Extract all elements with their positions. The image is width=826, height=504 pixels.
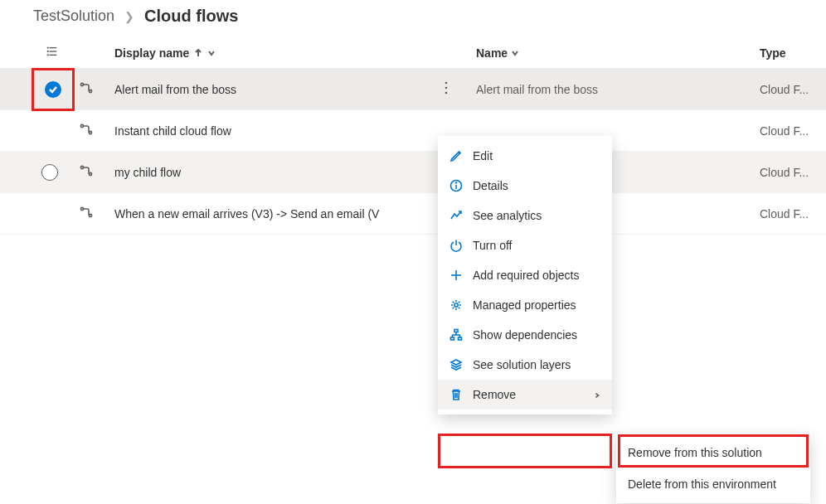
table-row[interactable]: Instant child cloud flow Cloud F...: [0, 110, 826, 152]
menu-item-show-dependencies[interactable]: Show dependencies: [438, 320, 612, 350]
menu-label: Remove from this solution: [628, 446, 799, 459]
highlight-remove: [438, 434, 612, 468]
row-display-name[interactable]: Instant child cloud flow: [114, 124, 231, 138]
svg-point-10: [445, 92, 448, 94]
pencil-icon: [449, 149, 463, 162]
menu-item-solution-layers[interactable]: See solution layers: [438, 350, 612, 380]
svg-point-11: [80, 124, 83, 127]
svg-marker-32: [451, 360, 461, 365]
analytics-icon: [449, 209, 463, 222]
menu-item-remove[interactable]: Remove: [438, 380, 612, 410]
flow-icon: [80, 123, 93, 138]
submenu-item-remove-solution[interactable]: Remove from this solution: [616, 437, 810, 468]
sort-asc-icon: [194, 46, 202, 60]
row-type: Cloud F...: [760, 83, 809, 96]
column-header-label: Name: [476, 46, 508, 60]
menu-label: Details: [473, 179, 600, 192]
trash-icon: [449, 388, 463, 401]
row-name: Alert mail from the boss: [476, 83, 598, 96]
more-actions-icon[interactable]: [445, 81, 448, 97]
menu-item-add-required[interactable]: Add required objects: [438, 260, 612, 290]
table-header: Display name Name Type: [0, 37, 826, 69]
svg-point-9: [445, 87, 448, 90]
chevron-down-icon: [207, 46, 216, 60]
row-checkbox-checked[interactable]: [45, 81, 61, 98]
menu-label: Delete from this environment: [628, 477, 799, 491]
menu-item-analytics[interactable]: See analytics: [438, 201, 612, 230]
flow-icon: [80, 206, 93, 221]
breadcrumb-parent[interactable]: TestSolution: [33, 7, 114, 25]
chevron-down-icon: [511, 46, 519, 60]
svg-point-20: [456, 182, 457, 183]
svg-line-17: [459, 153, 460, 154]
info-icon: [449, 179, 463, 192]
svg-rect-26: [451, 337, 454, 340]
power-icon: [449, 239, 463, 252]
svg-point-13: [80, 166, 83, 168]
menu-label: Remove: [473, 388, 584, 401]
svg-point-15: [80, 207, 83, 210]
context-menu: Edit Details See analytics Turn off Add …: [438, 136, 612, 414]
row-type: Cloud F...: [760, 124, 809, 138]
svg-rect-27: [459, 337, 462, 340]
menu-item-managed[interactable]: Managed properties: [438, 290, 612, 320]
table-row[interactable]: Alert mail from the boss Alert mail from…: [0, 69, 826, 110]
menu-label: See analytics: [473, 209, 600, 222]
flow-icon: [80, 164, 93, 180]
column-type[interactable]: Type: [760, 46, 826, 60]
svg-point-3: [47, 47, 48, 48]
svg-point-8: [445, 82, 448, 85]
submenu-remove: Remove from this solution Delete from th…: [616, 434, 810, 503]
hierarchy-icon: [449, 328, 463, 342]
list-icon[interactable]: [46, 46, 58, 60]
column-name[interactable]: Name: [463, 46, 760, 60]
breadcrumb: TestSolution ❯ Cloud flows: [0, 0, 826, 37]
menu-item-turnoff[interactable]: Turn off: [438, 230, 612, 260]
menu-item-details[interactable]: Details: [438, 171, 612, 201]
plus-icon: [449, 269, 463, 282]
gear-icon: [449, 298, 463, 312]
row-display-name[interactable]: When a new email arrives (V3) -> Send an…: [114, 207, 379, 220]
breadcrumb-current: Cloud flows: [144, 7, 238, 26]
column-header-label: Type: [760, 46, 786, 60]
row-type: Cloud F...: [760, 207, 809, 220]
layers-icon: [449, 358, 463, 371]
row-checkbox-unchecked[interactable]: [41, 164, 58, 181]
menu-label: Add required objects: [473, 269, 600, 282]
menu-label: See solution layers: [473, 358, 600, 371]
column-header-label: Display name: [114, 46, 189, 60]
column-display-name[interactable]: Display name: [98, 46, 430, 60]
table-row[interactable]: my child flow Cloud F...: [0, 152, 826, 193]
table-row[interactable]: When a new email arrives (V3) -> Send an…: [0, 193, 826, 235]
svg-rect-25: [454, 330, 458, 332]
menu-label: Edit: [473, 149, 600, 162]
table: Display name Name Type Alert mail from t…: [0, 37, 826, 235]
selection-highlight: [32, 68, 75, 111]
menu-label: Turn off: [473, 239, 600, 252]
svg-point-4: [47, 51, 48, 52]
svg-point-24: [454, 303, 458, 307]
row-type: Cloud F...: [760, 166, 809, 179]
menu-label: Show dependencies: [473, 328, 600, 342]
menu-item-edit[interactable]: Edit: [438, 141, 612, 171]
menu-label: Managed properties: [473, 298, 600, 312]
submenu-item-delete-env[interactable]: Delete from this environment: [616, 468, 810, 500]
svg-point-6: [80, 83, 83, 85]
row-display-name[interactable]: Alert mail from the boss: [114, 83, 236, 96]
row-display-name[interactable]: my child flow: [114, 166, 181, 179]
chevron-right-icon: [594, 388, 600, 401]
svg-point-5: [47, 55, 48, 56]
flow-icon: [80, 81, 93, 97]
chevron-right-icon: ❯: [124, 10, 134, 23]
